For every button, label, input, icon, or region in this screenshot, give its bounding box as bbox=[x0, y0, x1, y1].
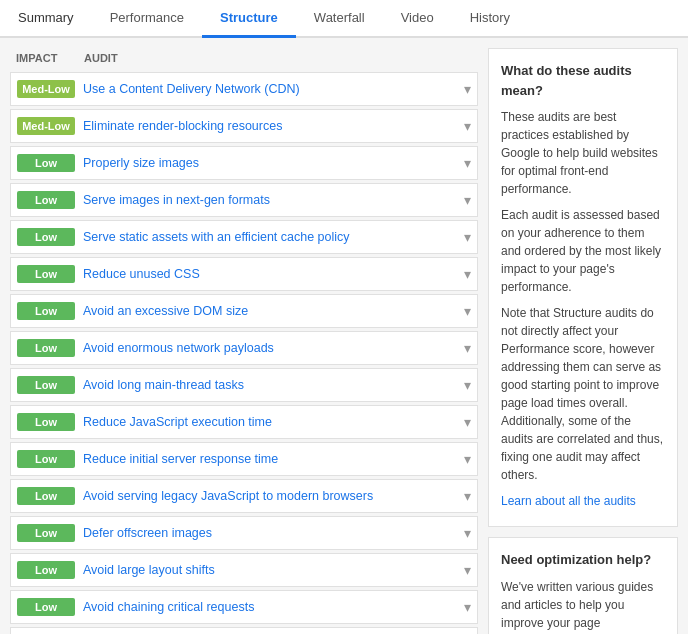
audit-label: Reduce initial server response time bbox=[83, 452, 456, 466]
audit-row[interactable]: LowDefer offscreen images▾ bbox=[10, 516, 478, 550]
audit-row[interactable]: LowProperly size images▾ bbox=[10, 146, 478, 180]
audit-label: Avoid large layout shifts bbox=[83, 563, 456, 577]
audit-list: IMPACT AUDIT Med-LowUse a Content Delive… bbox=[10, 48, 478, 634]
optimization-card: Need optimization help? We've written va… bbox=[488, 537, 678, 634]
learn-audits-link[interactable]: Learn about all the audits bbox=[501, 492, 665, 510]
audits-info-para3: Note that Structure audits do not direct… bbox=[501, 304, 665, 484]
chevron-down-icon: ▾ bbox=[464, 562, 471, 578]
impact-badge: Low bbox=[17, 561, 75, 579]
audit-label: Reduce unused CSS bbox=[83, 267, 456, 281]
audit-row[interactable]: LowAvoid enormous network payloads▾ bbox=[10, 331, 478, 365]
audit-row[interactable]: LowAvoid serving legacy JavaScript to mo… bbox=[10, 479, 478, 513]
audit-row[interactable]: LowAvoid an excessive DOM size▾ bbox=[10, 294, 478, 328]
audit-label: Avoid chaining critical requests bbox=[83, 600, 456, 614]
impact-badge: Low bbox=[17, 265, 75, 283]
impact-badge: Low bbox=[17, 487, 75, 505]
chevron-down-icon: ▾ bbox=[464, 340, 471, 356]
impact-badge: Low bbox=[17, 376, 75, 394]
chevron-down-icon: ▾ bbox=[464, 155, 471, 171]
audits-info-para1: These audits are best practices establis… bbox=[501, 108, 665, 198]
audits-info-title: What do these audits mean? bbox=[501, 61, 665, 100]
audit-row[interactable]: Med-LowUse a Content Delivery Network (C… bbox=[10, 72, 478, 106]
tab-video[interactable]: Video bbox=[383, 0, 452, 38]
audit-row[interactable]: LowAvoid long main-thread tasks▾ bbox=[10, 368, 478, 402]
audit-row[interactable]: LowReduce initial server response time▾ bbox=[10, 442, 478, 476]
audit-label: Avoid an excessive DOM size bbox=[83, 304, 456, 318]
impact-badge: Low bbox=[17, 191, 75, 209]
impact-badge: Low bbox=[17, 524, 75, 542]
chevron-down-icon: ▾ bbox=[464, 599, 471, 615]
audit-row[interactable]: LowAvoid large layout shifts▾ bbox=[10, 553, 478, 587]
tabs-bar: SummaryPerformanceStructureWaterfallVide… bbox=[0, 0, 688, 38]
impact-badge: Low bbox=[17, 413, 75, 431]
chevron-down-icon: ▾ bbox=[464, 192, 471, 208]
audit-label: Eliminate render-blocking resources bbox=[83, 119, 456, 133]
impact-badge: Low bbox=[17, 598, 75, 616]
chevron-down-icon: ▾ bbox=[464, 81, 471, 97]
impact-badge: Med-Low bbox=[17, 80, 75, 98]
tab-history[interactable]: History bbox=[452, 0, 528, 38]
audit-table-header: IMPACT AUDIT bbox=[10, 48, 478, 68]
audit-row[interactable]: LowReduce JavaScript execution time▾ bbox=[10, 405, 478, 439]
impact-badge: Low bbox=[17, 450, 75, 468]
tab-summary[interactable]: Summary bbox=[0, 0, 92, 38]
audit-label: Avoid long main-thread tasks bbox=[83, 378, 456, 392]
audit-label: Properly size images bbox=[83, 156, 456, 170]
chevron-down-icon: ▾ bbox=[464, 414, 471, 430]
impact-column-header: IMPACT bbox=[16, 52, 76, 64]
audit-label: Serve images in next-gen formats bbox=[83, 193, 456, 207]
impact-badge: Low bbox=[17, 302, 75, 320]
chevron-down-icon: ▾ bbox=[464, 118, 471, 134]
audits-info-para2: Each audit is assessed based on your adh… bbox=[501, 206, 665, 296]
audit-label: Defer offscreen images bbox=[83, 526, 456, 540]
audit-row[interactable]: Med-LowEliminate render-blocking resourc… bbox=[10, 109, 478, 143]
audit-column-header: AUDIT bbox=[84, 52, 472, 64]
audits-info-card: What do these audits mean? These audits … bbox=[488, 48, 678, 527]
tab-performance[interactable]: Performance bbox=[92, 0, 202, 38]
audit-row[interactable]: LowReduce unused JavaScript▾ bbox=[10, 627, 478, 634]
chevron-down-icon: ▾ bbox=[464, 266, 471, 282]
chevron-down-icon: ▾ bbox=[464, 303, 471, 319]
impact-badge: Med-Low bbox=[17, 117, 75, 135]
audit-row[interactable]: LowReduce unused CSS▾ bbox=[10, 257, 478, 291]
tab-structure[interactable]: Structure bbox=[202, 0, 296, 38]
chevron-down-icon: ▾ bbox=[464, 525, 471, 541]
audit-label: Avoid serving legacy JavaScript to moder… bbox=[83, 489, 456, 503]
optimization-title: Need optimization help? bbox=[501, 550, 665, 570]
chevron-down-icon: ▾ bbox=[464, 488, 471, 504]
audit-row[interactable]: LowServe images in next-gen formats▾ bbox=[10, 183, 478, 217]
audit-row[interactable]: LowServe static assets with an efficient… bbox=[10, 220, 478, 254]
sidebar: What do these audits mean? These audits … bbox=[488, 48, 678, 634]
chevron-down-icon: ▾ bbox=[464, 377, 471, 393]
audit-label: Serve static assets with an efficient ca… bbox=[83, 230, 456, 244]
chevron-down-icon: ▾ bbox=[464, 451, 471, 467]
audit-row[interactable]: LowAvoid chaining critical requests▾ bbox=[10, 590, 478, 624]
impact-badge: Low bbox=[17, 154, 75, 172]
impact-badge: Low bbox=[17, 228, 75, 246]
optimization-para: We've written various guides and article… bbox=[501, 578, 665, 635]
audit-label: Avoid enormous network payloads bbox=[83, 341, 456, 355]
tab-waterfall[interactable]: Waterfall bbox=[296, 0, 383, 38]
audit-label: Use a Content Delivery Network (CDN) bbox=[83, 82, 456, 96]
impact-badge: Low bbox=[17, 339, 75, 357]
audit-rows: Med-LowUse a Content Delivery Network (C… bbox=[10, 72, 478, 634]
chevron-down-icon: ▾ bbox=[464, 229, 471, 245]
audit-label: Reduce JavaScript execution time bbox=[83, 415, 456, 429]
